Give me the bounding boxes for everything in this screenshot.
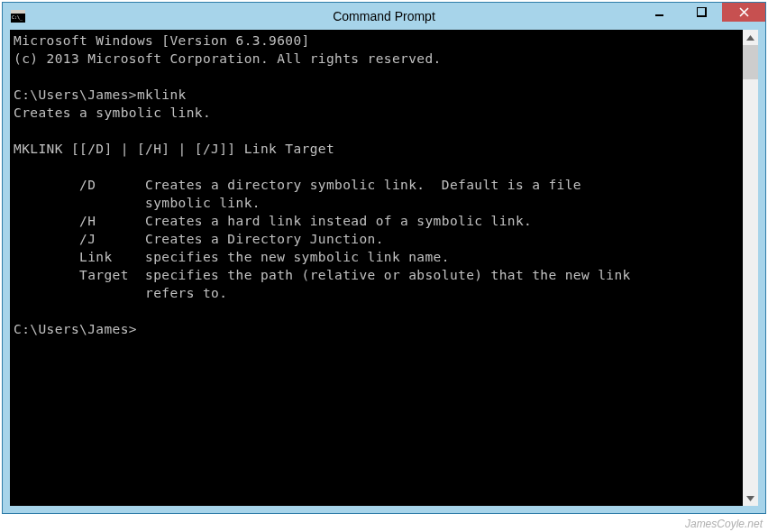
titlebar[interactable]: Command Prompt	[3, 3, 765, 30]
minimize-button[interactable]	[639, 3, 681, 22]
command-prompt-window: Command Prompt Microsoft Windows [Versio…	[2, 2, 766, 514]
client-area: Microsoft Windows [Version 6.3.9600] (c)…	[10, 30, 758, 506]
svg-rect-1	[697, 7, 706, 16]
scroll-thumb[interactable]	[743, 45, 758, 79]
vertical-scrollbar[interactable]	[743, 30, 758, 506]
scroll-down-button[interactable]	[743, 491, 758, 506]
maximize-button[interactable]	[681, 3, 722, 22]
close-button[interactable]	[722, 3, 765, 22]
window-title: Command Prompt	[333, 9, 435, 23]
window-controls	[639, 3, 765, 22]
cmd-icon	[11, 10, 25, 23]
svg-rect-0	[655, 14, 663, 16]
watermark: JamesCoyle.net	[685, 518, 763, 530]
console-output[interactable]: Microsoft Windows [Version 6.3.9600] (c)…	[10, 30, 743, 506]
scroll-up-button[interactable]	[743, 30, 758, 45]
